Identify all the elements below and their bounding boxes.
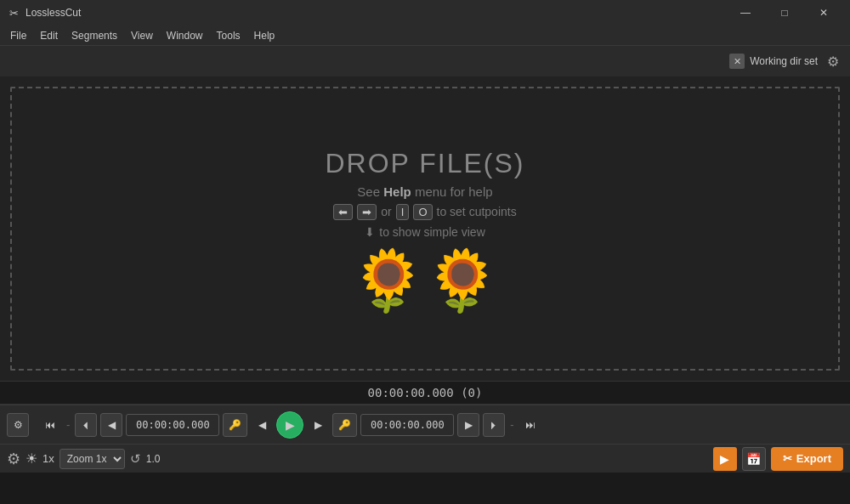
timeline-bar: 00:00:00.000 (0) (0, 381, 850, 405)
cutpoint-text: to set cutpoints (437, 205, 517, 218)
export-scissors-icon: ✂ (783, 452, 792, 465)
working-dir-label: Working dir set (750, 55, 818, 67)
key-o: O (413, 204, 432, 220)
app-title: LosslessCut (26, 7, 81, 19)
rotation-value: 1.0 (146, 453, 161, 465)
timecode-display: 00:00:00.000 (0) (368, 386, 483, 399)
menu-view[interactable]: View (124, 28, 160, 43)
calendar-button[interactable]: 📅 (742, 447, 766, 471)
drop-title: DROP FILE(S) (326, 148, 525, 179)
sunflower-emoji: 🌻🌻 (351, 251, 499, 310)
subtitle-see: See (357, 184, 383, 199)
next-frame-button[interactable]: ⏵ (483, 413, 505, 437)
theme-toggle-icon[interactable]: ☀ (26, 450, 37, 467)
zoom-select[interactable]: Zoom 1x Zoom 2x Zoom 4x Zoom 8x (60, 449, 125, 469)
title-bar-left: ✂ LosslessCut (7, 6, 81, 20)
simpleview-text: to show simple view (379, 225, 485, 239)
key-arrow-left: ⬅ (333, 204, 353, 220)
menu-edit[interactable]: Edit (33, 28, 65, 43)
set-start-button[interactable]: ◀ (100, 413, 122, 437)
drop-content: DROP FILE(S) See Help menu for help ⬅ ➡ … (326, 148, 525, 310)
export-label: Export (796, 452, 831, 465)
drop-keyhints: ⬅ ➡ or I O to set cutpoints (333, 204, 516, 220)
gear-settings-button[interactable]: ⚙ (7, 413, 29, 437)
working-dir-close-button[interactable]: ✕ (729, 54, 745, 69)
working-dir-gear-icon[interactable]: ⚙ (823, 51, 843, 71)
key-i: I (396, 204, 410, 220)
timecode-end-input[interactable] (360, 414, 454, 436)
next-segment-button[interactable]: ▶ (307, 413, 329, 437)
dash-1: - (65, 418, 71, 431)
status-bar: ⚙ ☀ 1x Zoom 1x Zoom 2x Zoom 4x Zoom 8x ↺… (0, 444, 850, 473)
menu-window[interactable]: Window (160, 28, 210, 43)
prev-frame-button[interactable]: ⏴ (75, 413, 97, 437)
key-arrow-right: ➡ (357, 204, 377, 220)
drop-area[interactable]: DROP FILE(S) See Help menu for help ⬅ ➡ … (0, 76, 850, 381)
menu-segments[interactable]: Segments (65, 28, 124, 43)
settings-gear-icon[interactable]: ⚙ (7, 450, 20, 468)
controls-bar: ⚙ ⏮ - ⏴ ◀ 🔑 ◀ ▶ ▶ 🔑 ▶ ⏵ - ⏭ (0, 405, 850, 444)
app-icon: ✂ (7, 6, 20, 20)
skip-to-start-button[interactable]: ⏮ (39, 413, 61, 437)
subtitle-rest: menu for help (415, 184, 493, 199)
maximize-button[interactable]: □ (765, 0, 804, 25)
timecode-start-input[interactable] (126, 414, 219, 436)
preview-play-button[interactable]: ▶ (713, 447, 737, 471)
close-button[interactable]: ✕ (804, 0, 843, 25)
skip-to-end-button[interactable]: ⏭ (519, 413, 541, 437)
dash-2: - (508, 418, 515, 431)
window-controls: — □ ✕ (726, 0, 843, 25)
menu-tools[interactable]: Tools (210, 28, 247, 43)
export-button[interactable]: ✂ Export (771, 447, 843, 471)
menu-file[interactable]: File (3, 28, 33, 43)
title-bar: ✂ LosslessCut — □ ✕ (0, 0, 850, 25)
key-button-left[interactable]: 🔑 (223, 413, 247, 437)
subtitle-help: Help (383, 184, 411, 199)
top-bar: ✕ Working dir set ⚙ (0, 46, 850, 76)
rotation-icon[interactable]: ↺ (130, 451, 141, 467)
prev-segment-button[interactable]: ◀ (251, 413, 273, 437)
key-button-right[interactable]: 🔑 (332, 413, 357, 437)
speed-label: 1x (42, 452, 54, 465)
minimize-button[interactable]: — (726, 0, 765, 25)
drop-subtitle: See Help menu for help (357, 184, 492, 199)
menu-bar: File Edit Segments View Window Tools Hel… (0, 25, 850, 46)
play-button[interactable]: ▶ (276, 411, 303, 439)
simpleview-icon: ⬇ (365, 225, 375, 239)
or-text: or (381, 205, 391, 218)
drop-simpleview: ⬇ to show simple view (365, 225, 485, 239)
menu-help[interactable]: Help (247, 28, 282, 43)
set-end-button[interactable]: ▶ (457, 413, 479, 437)
